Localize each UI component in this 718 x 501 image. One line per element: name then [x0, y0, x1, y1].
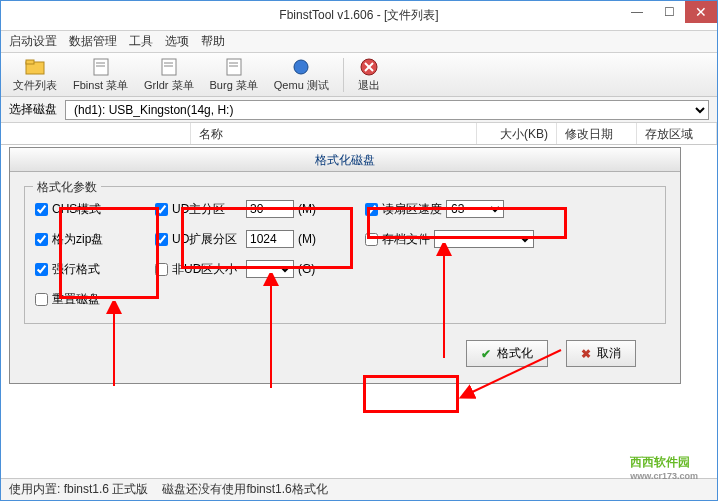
svg-rect-2 [94, 59, 108, 75]
disk-select[interactable]: (hd1): USB_Kingston(14g, H:) [65, 100, 709, 120]
svg-rect-8 [227, 59, 241, 75]
chs-checkbox[interactable]: CHS模式 [35, 199, 145, 219]
readspeed-select[interactable]: 63 [446, 200, 504, 218]
force-checkbox[interactable]: 强行格式 [35, 259, 145, 279]
menubar: 启动设置 数据管理 工具 选项 帮助 [1, 31, 717, 53]
disk-label: 选择磁盘 [9, 101, 57, 118]
exit-icon [358, 56, 380, 78]
column-headers: 名称 大小(KB) 修改日期 存放区域 [1, 123, 717, 145]
archive-checkbox[interactable] [365, 233, 378, 246]
nonud-checkbox[interactable] [155, 263, 168, 276]
menu-help[interactable]: 帮助 [201, 33, 225, 50]
page-icon [158, 56, 180, 78]
format-dialog: 格式化磁盘 格式化参数 CHS模式 格为zip盘 强行格式 重置磁盘 [9, 147, 681, 384]
toolbar-separator [343, 58, 344, 92]
cross-icon: ✖ [581, 347, 591, 361]
col-name[interactable]: 名称 [191, 123, 477, 144]
group-label: 格式化参数 [33, 179, 101, 196]
folder-icon [24, 56, 46, 78]
nonud-combo[interactable] [246, 260, 294, 278]
maximize-button[interactable]: ☐ [653, 1, 685, 23]
tb-fbinst[interactable]: Fbinst 菜单 [67, 54, 134, 95]
menu-tools[interactable]: 工具 [129, 33, 153, 50]
toolbar: 文件列表 Fbinst 菜单 Grldr 菜单 Burg 菜单 Qemu 测试 … [1, 53, 717, 97]
udext-input[interactable] [246, 230, 294, 248]
tb-burg[interactable]: Burg 菜单 [204, 54, 264, 95]
format-params-group: 格式化参数 CHS模式 格为zip盘 强行格式 重置磁盘 UD主分区 [24, 186, 666, 324]
readspeed-checkbox[interactable] [365, 203, 378, 216]
col-size[interactable]: 大小(KB) [477, 123, 557, 144]
close-button[interactable]: ✕ [685, 1, 717, 23]
udext-checkbox[interactable] [155, 233, 168, 246]
status-right: 磁盘还没有使用fbinst1.6格式化 [162, 481, 327, 498]
tb-exit[interactable]: 退出 [352, 54, 386, 95]
page-icon [90, 56, 112, 78]
menu-options[interactable]: 选项 [165, 33, 189, 50]
menu-startup[interactable]: 启动设置 [9, 33, 57, 50]
udmain-input[interactable] [246, 200, 294, 218]
app-window: FbinstTool v1.606 - [文件列表] — ☐ ✕ 启动设置 数据… [0, 0, 718, 501]
col-date[interactable]: 修改日期 [557, 123, 637, 144]
col-tree[interactable] [1, 123, 191, 144]
format-button[interactable]: ✔ 格式化 [466, 340, 548, 367]
cancel-button[interactable]: ✖ 取消 [566, 340, 636, 367]
col-area[interactable]: 存放区域 [637, 123, 717, 144]
reset-checkbox[interactable]: 重置磁盘 [35, 289, 145, 309]
menu-data[interactable]: 数据管理 [69, 33, 117, 50]
disk-select-row: 选择磁盘 (hd1): USB_Kingston(14g, H:) [1, 97, 717, 123]
status-left: 使用内置: fbinst1.6 正式版 [9, 481, 148, 498]
tb-grldr[interactable]: Grldr 菜单 [138, 54, 200, 95]
tb-filelist[interactable]: 文件列表 [7, 54, 63, 95]
window-title: FbinstTool v1.606 - [文件列表] [279, 7, 438, 24]
content-area: 格式化磁盘 格式化参数 CHS模式 格为zip盘 强行格式 重置磁盘 [1, 145, 717, 478]
svg-rect-1 [26, 60, 34, 64]
check-icon: ✔ [481, 347, 491, 361]
zip-checkbox[interactable]: 格为zip盘 [35, 229, 145, 249]
udmain-checkbox[interactable] [155, 203, 168, 216]
tb-qemu[interactable]: Qemu 测试 [268, 54, 335, 95]
statusbar: 使用内置: fbinst1.6 正式版 磁盘还没有使用fbinst1.6格式化 [1, 478, 717, 500]
archive-select[interactable] [434, 230, 534, 248]
svg-point-11 [294, 60, 308, 74]
dialog-title: 格式化磁盘 [10, 148, 680, 172]
minimize-button[interactable]: — [621, 1, 653, 23]
qemu-icon [290, 56, 312, 78]
titlebar: FbinstTool v1.606 - [文件列表] — ☐ ✕ [1, 1, 717, 31]
page-icon [223, 56, 245, 78]
svg-rect-5 [162, 59, 176, 75]
